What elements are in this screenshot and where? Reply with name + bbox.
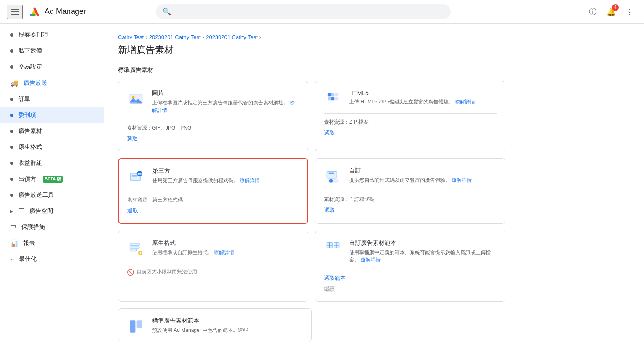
sidebar-label-audiences: 收益群組	[19, 159, 42, 167]
card-custom-select[interactable]: 選取	[324, 207, 497, 214]
notification-button[interactable]: 🔔 4	[604, 4, 619, 19]
help-icon: ⓘ	[589, 7, 596, 17]
card-std-template-title: 標準廣告素材範本	[152, 317, 303, 325]
card-native-format-learn-more[interactable]: 瞭解詳情	[214, 249, 234, 255]
card-html5-source: 素材資源：ZIP 檔案	[324, 119, 497, 126]
sidebar-item-line-items[interactable]: 委刊項	[0, 107, 104, 123]
card-custom-template-title: 自訂廣告素材範本	[349, 239, 497, 247]
svg-rect-4	[331, 93, 334, 96]
card-native-format[interactable]: ★ 原生格式 使用標準或自訂原生格式。 瞭解詳情 🚫 目前因大小限制而無法使用	[118, 231, 308, 302]
svg-rect-11	[132, 176, 137, 177]
sidebar-item-private-auctions[interactable]: 私下競價	[0, 43, 104, 59]
sidebar-label-creatives: 廣告素材	[19, 127, 42, 135]
sidebar-item-audiences[interactable]: 收益群組	[0, 155, 104, 171]
dot-icon	[10, 178, 13, 181]
page-title: 新增廣告素材	[118, 44, 631, 56]
card-image-source: 素材資源：GIF、JPG、PNG	[127, 125, 299, 132]
help-button[interactable]: ⓘ	[585, 4, 600, 19]
main-content: Cathy Test › 20230201 Cathy Test › 20230…	[104, 24, 644, 342]
dot-icon	[10, 49, 13, 53]
card-native-disabled-text: 目前因大小限制而無法使用	[136, 268, 197, 276]
svg-rect-3	[328, 93, 331, 96]
svg-rect-12	[132, 178, 138, 178]
card-html5[interactable]: HTML5 上傳 HTML5 ZIP 檔案以建立豐富的廣告體驗。 瞭解詳情 素材…	[315, 81, 505, 151]
svg-rect-20	[130, 243, 139, 246]
sidebar-label-native-formats: 原生格式	[19, 143, 42, 151]
card-third-party-header: </> 第三方 使用第三方廣告伺服器提供的程式碼。 瞭解詳情	[127, 167, 299, 186]
search-input[interactable]	[174, 8, 444, 15]
nav-right: ⓘ 🔔 4 ⋮	[585, 4, 637, 19]
sidebar-item-billing[interactable]: 出價方 BETA 版	[0, 171, 104, 187]
sidebar-label-proposals: 提案委刊項	[19, 31, 48, 39]
card-custom-template-learn-more[interactable]: 瞭解詳情	[361, 257, 381, 263]
search-bar[interactable]: 🔍	[156, 4, 451, 19]
dot-icon	[10, 98, 13, 101]
sidebar-item-proposals[interactable]: 提案委刊項	[0, 27, 104, 43]
card-custom-title: 自訂	[349, 167, 497, 175]
sidebar: 提案委刊項 私下競價 交易設定 🚚 廣告放送 訂單 委刊項 廣告素材 原生格式	[0, 24, 104, 342]
card-native-format-title: 原生格式	[152, 239, 299, 247]
card-image-body: 圖片 上傳標準圖片或指定第三方廣告伺服器代管的廣告素材網址。 瞭解詳情	[152, 90, 299, 114]
card-std-template[interactable]: 標準廣告素材範本 預設使用 Ad Manager 中包含的範本。這些	[118, 308, 312, 342]
card-custom-template-desc: 使用聯播網中定義的範本。系統可能會提示您輸入資訊或上傳檔案。 瞭解詳情	[349, 249, 497, 264]
card-html5-select[interactable]: 選取	[324, 129, 497, 137]
svg-rect-8	[335, 97, 338, 100]
card-custom-template-body: 自訂廣告素材範本 使用聯播網中定義的範本。系統可能會提示您輸入資訊或上傳檔案。 …	[349, 239, 497, 264]
card-html5-learn-more[interactable]: 瞭解詳情	[455, 99, 475, 105]
breadcrumb-item-1[interactable]: 20230201 Cathy Test	[149, 34, 201, 40]
card-custom-template-continue[interactable]: 繼續	[324, 285, 497, 293]
card-custom-learn-more[interactable]: 瞭解詳情	[452, 177, 472, 183]
card-custom-template-source[interactable]: 選取範本	[324, 274, 497, 282]
card-third-party-title: 第三方	[152, 167, 299, 175]
html5-card-icon	[324, 90, 342, 108]
card-html5-body: HTML5 上傳 HTML5 ZIP 檔案以建立豐富的廣告體驗。 瞭解詳情	[349, 90, 497, 106]
card-std-template-body: 標準廣告素材範本 預設使用 Ad Manager 中包含的範本。這些	[152, 317, 303, 334]
card-third-party[interactable]: </> 第三方 使用第三方廣告伺服器提供的程式碼。 瞭解詳情 素材資源：第三方程…	[118, 158, 308, 224]
sidebar-item-ad-space[interactable]: ▶ 廣告空間	[0, 203, 104, 219]
custom-template-card-icon	[324, 239, 342, 258]
logo[interactable]: Ad Manager	[28, 5, 86, 19]
sidebar-item-orders[interactable]: 訂單	[0, 91, 104, 107]
shield-icon: 🛡	[10, 224, 16, 231]
card-custom[interactable]: 自訂 提供您自己的程式碼以建立豐富的廣告體驗。 瞭解詳情 素材資源：自訂程式碼 …	[315, 158, 505, 224]
sidebar-label-orders: 訂單	[19, 95, 30, 103]
card-image[interactable]: 圖片 上傳標準圖片或指定第三方廣告伺服器代管的廣告素材網址。 瞭解詳情 素材資源…	[118, 81, 308, 151]
sidebar-label-protection: 保護措施	[21, 223, 45, 231]
card-custom-template-header: 自訂廣告素材範本 使用聯播網中定義的範本。系統可能會提示您輸入資訊或上傳檔案。 …	[324, 239, 497, 264]
dot-icon	[10, 130, 13, 133]
card-custom-desc: 提供您自己的程式碼以建立豐富的廣告體驗。 瞭解詳情	[349, 176, 497, 184]
sidebar-label-billing: 出價方	[19, 175, 36, 183]
breadcrumb-item-0[interactable]: Cathy Test	[118, 34, 144, 40]
card-custom-source: 素材資源：自訂程式碼	[324, 196, 497, 203]
top-nav: Ad Manager 🔍 ⓘ 🔔 4 ⋮	[0, 0, 644, 24]
breadcrumb-item-2[interactable]: 20230201 Cathy Test	[206, 34, 258, 40]
card-third-party-learn-more[interactable]: 瞭解詳情	[240, 178, 260, 183]
menu-button[interactable]	[7, 5, 23, 19]
breadcrumb: Cathy Test › 20230201 Cathy Test › 20230…	[118, 34, 631, 40]
sidebar-item-ad-tools[interactable]: 廣告放送工具	[0, 187, 104, 203]
card-native-format-desc: 使用標準或自訂原生格式。 瞭解詳情	[152, 249, 299, 256]
sidebar-item-creatives[interactable]: 廣告素材	[0, 123, 104, 139]
third-party-card-icon: </>	[127, 167, 146, 186]
card-custom-template[interactable]: 自訂廣告素材範本 使用聯播網中定義的範本。系統可能會提示您輸入資訊或上傳檔案。 …	[315, 231, 505, 302]
svg-text:</>: </>	[137, 172, 142, 176]
card-image-learn-more[interactable]: 瞭解詳情	[152, 100, 295, 113]
sidebar-item-protection[interactable]: 🛡 保護措施	[0, 219, 104, 235]
sidebar-item-trading[interactable]: 交易設定	[0, 59, 104, 75]
sidebar-label-ad-tools: 廣告放送工具	[19, 191, 54, 199]
sidebar-label-reports: 報表	[23, 239, 35, 247]
more-menu-button[interactable]: ⋮	[622, 4, 637, 19]
svg-rect-5	[328, 97, 331, 100]
sidebar-item-native-formats[interactable]: 原生格式	[0, 139, 104, 155]
sidebar-label-line-items: 委刊項	[19, 111, 36, 119]
svg-rect-32	[137, 320, 142, 328]
sidebar-label-optimize: 最佳化	[19, 255, 37, 263]
dot-icon	[10, 146, 13, 149]
sidebar-item-ad-serving[interactable]: 🚚 廣告放送	[0, 75, 104, 91]
svg-text:★: ★	[139, 251, 142, 255]
app-name: Ad Manager	[45, 7, 86, 16]
card-image-select[interactable]: 選取	[127, 135, 299, 143]
sidebar-item-optimize[interactable]: ~ 最佳化	[0, 251, 104, 267]
sidebar-item-reports[interactable]: 📊 報表	[0, 235, 104, 251]
card-third-party-select[interactable]: 選取	[127, 207, 299, 215]
